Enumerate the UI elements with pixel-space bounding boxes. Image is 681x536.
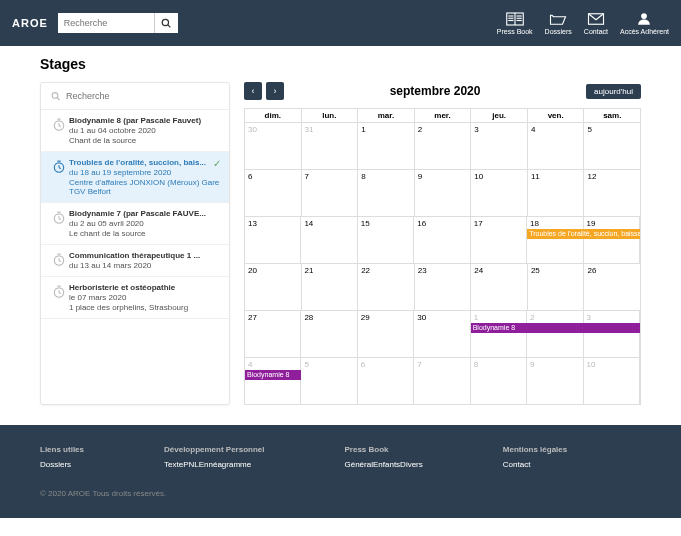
footer-link[interactable]: Enfants xyxy=(373,460,400,469)
nav-press-book[interactable]: Press Book xyxy=(497,12,533,35)
svg-line-13 xyxy=(57,98,59,100)
svg-line-24 xyxy=(59,219,61,220)
footer-column: Liens utilesDossiers xyxy=(40,445,84,469)
calendar-day[interactable]: 27 xyxy=(245,311,301,357)
search-input[interactable] xyxy=(58,13,154,33)
next-month-button[interactable]: › xyxy=(266,82,284,100)
nav-accès-adhérent[interactable]: Accès Adhérent xyxy=(620,12,669,35)
calendar-day[interactable]: 18 xyxy=(527,217,583,263)
calendar-title: septembre 2020 xyxy=(284,84,586,98)
calendar-day[interactable]: 22 xyxy=(358,264,415,310)
calendar-day[interactable]: 26 xyxy=(584,264,640,310)
calendar-day[interactable]: 8 xyxy=(471,358,527,404)
calendar-day[interactable]: 13 xyxy=(245,217,301,263)
calendar-day[interactable]: 4 xyxy=(245,358,301,404)
today-button[interactable]: aujourd'hui xyxy=(586,84,641,99)
calendar-day[interactable]: 20 xyxy=(245,264,302,310)
footer-link[interactable]: Ennéagramme xyxy=(199,460,251,469)
calendar-day[interactable]: 25 xyxy=(528,264,585,310)
event-item[interactable]: Biodynamie 8 (par Pascale Fauvet)du 1 au… xyxy=(41,110,229,152)
clock-icon xyxy=(49,251,69,270)
footer-col-title: Press Book xyxy=(345,445,423,454)
calendar-day[interactable]: 2 xyxy=(415,123,472,169)
clock-icon xyxy=(49,158,69,196)
day-of-week: ven. xyxy=(528,109,585,122)
event-item[interactable]: Troubles de l'oralité, succion, bais...d… xyxy=(41,152,229,203)
clock-icon xyxy=(49,209,69,238)
footer-col-title: Développement Personnel xyxy=(164,445,264,454)
footer-col-title: Liens utiles xyxy=(40,445,84,454)
calendar-day[interactable]: 6 xyxy=(245,170,302,216)
calendar-day[interactable]: 4 xyxy=(528,123,585,169)
event-location: 1 place des orphelins, Strasbourg xyxy=(69,303,221,312)
event-item[interactable]: Communication thérapeutique 1 ...du 13 a… xyxy=(41,245,229,277)
calendar-day[interactable]: 9 xyxy=(527,358,583,404)
event-date: du 1 au 04 octobre 2020 xyxy=(69,126,221,135)
calendar-day[interactable]: 31 xyxy=(302,123,359,169)
calendar-day[interactable]: 9 xyxy=(415,170,472,216)
calendar-day[interactable]: 5 xyxy=(584,123,640,169)
event-date: du 13 au 14 mars 2020 xyxy=(69,261,221,270)
calendar-day[interactable]: 6 xyxy=(358,358,414,404)
calendar-day[interactable]: 19 xyxy=(584,217,640,263)
calendar-day[interactable]: 1 xyxy=(358,123,415,169)
calendar-day[interactable]: 10 xyxy=(584,358,640,404)
calendar-day[interactable]: 23 xyxy=(415,264,472,310)
sidebar-search-input[interactable] xyxy=(66,91,219,101)
svg-point-11 xyxy=(642,13,648,19)
event-location: Chant de la source xyxy=(69,136,221,145)
calendar-day[interactable]: 11 xyxy=(528,170,585,216)
event-title: Herboristerie et ostéopathie xyxy=(69,283,221,292)
footer-link[interactable]: Général xyxy=(345,460,373,469)
footer-link[interactable]: Divers xyxy=(400,460,423,469)
check-icon: ✓ xyxy=(213,158,221,169)
calendar-day[interactable]: 24 xyxy=(471,264,528,310)
calendar-day[interactable]: 2 xyxy=(527,311,583,357)
footer-link[interactable]: Texte xyxy=(164,460,183,469)
calendar-day[interactable]: 16 xyxy=(414,217,470,263)
calendar-day[interactable]: 15 xyxy=(358,217,414,263)
calendar-event-bar[interactable]: Biodynamie 8 xyxy=(245,370,301,380)
event-title: Troubles de l'oralité, succion, bais... xyxy=(69,158,221,167)
footer-col-title: Mentions légales xyxy=(503,445,567,454)
footer-column: Mentions légalesContact xyxy=(503,445,567,469)
search-button[interactable] xyxy=(154,13,178,33)
footer-link[interactable]: PNL xyxy=(183,460,199,469)
calendar-day[interactable]: 21 xyxy=(302,264,359,310)
calendar-day[interactable]: 3 xyxy=(584,311,640,357)
svg-line-32 xyxy=(59,293,61,294)
nav-dossiers[interactable]: Dossiers xyxy=(545,12,572,35)
prev-month-button[interactable]: ‹ xyxy=(244,82,262,100)
search-icon xyxy=(51,91,60,101)
calendar-day[interactable]: 7 xyxy=(302,170,359,216)
event-item[interactable]: Herboristerie et ostéopathiele 07 mars 2… xyxy=(41,277,229,319)
calendar-day[interactable]: 28 xyxy=(301,311,357,357)
calendar-day[interactable]: 10 xyxy=(471,170,528,216)
footer: Liens utilesDossiersDéveloppement Person… xyxy=(0,425,681,518)
footer-link[interactable]: Dossiers xyxy=(40,460,71,469)
event-title: Communication thérapeutique 1 ... xyxy=(69,251,221,260)
event-list: Biodynamie 8 (par Pascale Fauvet)du 1 au… xyxy=(41,110,229,319)
calendar-day[interactable]: 1 xyxy=(471,311,527,357)
event-date: le 07 mars 2020 xyxy=(69,293,221,302)
calendar-day[interactable]: 30 xyxy=(414,311,470,357)
calendar-day[interactable]: 3 xyxy=(471,123,528,169)
calendar-day[interactable]: 7 xyxy=(414,358,470,404)
event-date: du 2 au 05 avril 2020 xyxy=(69,219,221,228)
event-item[interactable]: Biodynamie 7 (par Pascale FAUVE...du 2 a… xyxy=(41,203,229,245)
calendar-day[interactable]: 12 xyxy=(584,170,640,216)
event-date: du 18 au 19 septembre 2020 xyxy=(69,168,221,177)
calendar-day[interactable]: 5 xyxy=(301,358,357,404)
header-nav: Press BookDossiersContactAccès Adhérent xyxy=(497,12,669,35)
calendar-event-bar[interactable]: Biodynamie 8 xyxy=(471,323,640,333)
calendar-event-bar[interactable]: Troubles de l'oralité, succion, baisse o… xyxy=(527,229,640,239)
calendar-day[interactable]: 14 xyxy=(301,217,357,263)
nav-contact[interactable]: Contact xyxy=(584,12,608,35)
calendar-day[interactable]: 17 xyxy=(471,217,527,263)
calendar-day[interactable]: 8 xyxy=(358,170,415,216)
svg-point-12 xyxy=(52,93,58,99)
calendar-day[interactable]: 29 xyxy=(358,311,414,357)
search-icon xyxy=(161,18,171,28)
footer-link[interactable]: Contact xyxy=(503,460,531,469)
calendar-day[interactable]: 30 xyxy=(245,123,302,169)
